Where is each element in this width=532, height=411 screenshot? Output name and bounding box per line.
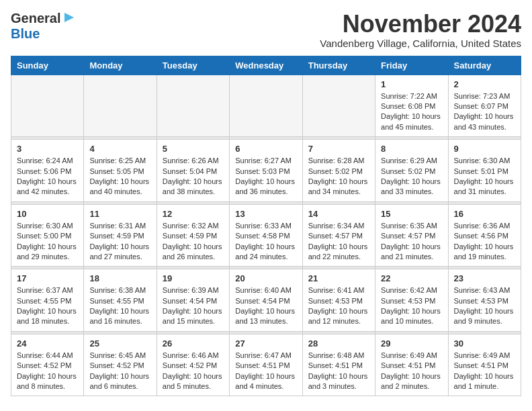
day-info: Sunrise: 6:40 AM Sunset: 4:54 PM Dayligh… [235,285,296,327]
day-number: 27 [235,338,296,349]
calendar-cell: 27Sunrise: 6:47 AM Sunset: 4:51 PM Dayli… [230,334,302,396]
calendar-cell [84,75,157,137]
weekday-header-monday: Monday [84,56,157,75]
calendar-cell: 1Sunrise: 7:22 AM Sunset: 6:08 PM Daylig… [375,75,448,137]
calendar-cell: 25Sunrise: 6:45 AM Sunset: 4:52 PM Dayli… [84,334,157,396]
day-number: 26 [163,338,224,349]
logo: General Blue [11,11,75,42]
day-number: 28 [308,338,369,349]
day-number: 16 [454,209,515,219]
day-info: Sunrise: 6:31 AM Sunset: 4:59 PM Dayligh… [89,221,150,263]
calendar-cell: 18Sunrise: 6:38 AM Sunset: 4:55 PM Dayli… [84,269,157,332]
calendar-cell: 26Sunrise: 6:46 AM Sunset: 4:52 PM Dayli… [157,334,229,396]
day-number: 22 [381,273,442,283]
day-info: Sunrise: 6:27 AM Sunset: 5:03 PM Dayligh… [235,156,296,197]
weekday-header-sunday: Sunday [11,56,84,75]
calendar-week-row: 17Sunrise: 6:37 AM Sunset: 4:55 PM Dayli… [11,269,521,332]
calendar-cell: 28Sunrise: 6:48 AM Sunset: 4:51 PM Dayli… [302,334,375,396]
day-info: Sunrise: 6:38 AM Sunset: 4:55 PM Dayligh… [89,285,150,327]
day-number: 23 [454,273,515,283]
day-info: Sunrise: 6:45 AM Sunset: 4:52 PM Dayligh… [89,351,150,392]
day-info: Sunrise: 6:46 AM Sunset: 4:52 PM Dayligh… [163,351,224,392]
day-number: 24 [17,338,78,349]
weekday-header-wednesday: Wednesday [230,56,302,75]
day-number: 6 [235,144,296,154]
weekday-header-tuesday: Tuesday [157,56,229,75]
calendar-cell: 11Sunrise: 6:31 AM Sunset: 4:59 PM Dayli… [84,204,157,267]
calendar-cell [157,75,229,137]
day-number: 19 [163,273,224,283]
day-number: 29 [381,338,442,349]
page-header: General Blue November 2024 Vandenberg Vi… [11,11,521,49]
day-info: Sunrise: 6:47 AM Sunset: 4:51 PM Dayligh… [235,351,296,392]
day-info: Sunrise: 6:49 AM Sunset: 4:51 PM Dayligh… [381,351,442,392]
calendar-cell: 24Sunrise: 6:44 AM Sunset: 4:52 PM Dayli… [11,334,84,396]
calendar-cell: 10Sunrise: 6:30 AM Sunset: 5:00 PM Dayli… [11,204,84,267]
month-title: November 2024 [320,11,521,38]
logo-general: General [11,11,60,26]
day-info: Sunrise: 6:33 AM Sunset: 4:58 PM Dayligh… [235,221,296,263]
day-number: 30 [454,338,515,349]
calendar-cell [11,75,84,137]
calendar-cell: 30Sunrise: 6:49 AM Sunset: 4:51 PM Dayli… [448,334,521,396]
day-info: Sunrise: 6:44 AM Sunset: 4:52 PM Dayligh… [17,351,78,392]
calendar-cell: 23Sunrise: 6:43 AM Sunset: 4:53 PM Dayli… [448,269,521,332]
day-info: Sunrise: 6:32 AM Sunset: 4:59 PM Dayligh… [163,221,224,263]
day-info: Sunrise: 6:25 AM Sunset: 5:05 PM Dayligh… [89,156,150,197]
calendar-week-row: 1Sunrise: 7:22 AM Sunset: 6:08 PM Daylig… [11,75,521,137]
day-number: 7 [308,144,369,154]
calendar-cell: 21Sunrise: 6:41 AM Sunset: 4:53 PM Dayli… [302,269,375,332]
day-number: 9 [454,144,515,154]
day-info: Sunrise: 6:39 AM Sunset: 4:54 PM Dayligh… [163,285,224,327]
day-info: Sunrise: 6:26 AM Sunset: 5:04 PM Dayligh… [163,156,224,197]
day-info: Sunrise: 6:37 AM Sunset: 4:55 PM Dayligh… [17,285,78,327]
day-number: 8 [381,144,442,154]
day-info: Sunrise: 6:48 AM Sunset: 4:51 PM Dayligh… [308,351,369,392]
title-section: November 2024 Vandenberg Village, Califo… [320,11,521,49]
weekday-header-thursday: Thursday [302,56,375,75]
day-info: Sunrise: 7:23 AM Sunset: 6:07 PM Dayligh… [454,91,515,133]
calendar-cell: 16Sunrise: 6:36 AM Sunset: 4:56 PM Dayli… [448,204,521,267]
day-number: 15 [381,209,442,219]
day-number: 5 [163,144,224,154]
calendar-cell: 19Sunrise: 6:39 AM Sunset: 4:54 PM Dayli… [157,269,229,332]
calendar-cell: 13Sunrise: 6:33 AM Sunset: 4:58 PM Dayli… [230,204,302,267]
day-number: 18 [89,273,150,283]
calendar-cell: 17Sunrise: 6:37 AM Sunset: 4:55 PM Dayli… [11,269,84,332]
day-info: Sunrise: 6:36 AM Sunset: 4:56 PM Dayligh… [454,221,515,263]
day-number: 1 [381,79,442,89]
day-number: 11 [89,209,150,219]
weekday-header-friday: Friday [375,56,448,75]
day-info: Sunrise: 6:49 AM Sunset: 4:51 PM Dayligh… [454,351,515,392]
day-number: 25 [89,338,150,349]
calendar-cell: 2Sunrise: 7:23 AM Sunset: 6:07 PM Daylig… [448,75,521,137]
day-info: Sunrise: 6:30 AM Sunset: 5:00 PM Dayligh… [17,221,78,263]
calendar-cell: 4Sunrise: 6:25 AM Sunset: 5:05 PM Daylig… [84,140,157,202]
day-number: 17 [17,273,78,283]
calendar-cell [302,75,375,137]
day-number: 13 [235,209,296,219]
calendar-cell: 14Sunrise: 6:34 AM Sunset: 4:57 PM Dayli… [302,204,375,267]
day-number: 3 [17,144,78,154]
logo-blue: Blue [11,26,40,41]
calendar-table: SundayMondayTuesdayWednesdayThursdayFrid… [11,56,521,397]
calendar-cell: 3Sunrise: 6:24 AM Sunset: 5:06 PM Daylig… [11,140,84,202]
day-info: Sunrise: 6:43 AM Sunset: 4:53 PM Dayligh… [454,285,515,327]
day-number: 21 [308,273,369,283]
day-info: Sunrise: 6:41 AM Sunset: 4:53 PM Dayligh… [308,285,369,327]
day-info: Sunrise: 6:30 AM Sunset: 5:01 PM Dayligh… [454,156,515,197]
day-number: 10 [17,209,78,219]
day-info: Sunrise: 6:24 AM Sunset: 5:06 PM Dayligh… [17,156,78,197]
calendar-cell: 20Sunrise: 6:40 AM Sunset: 4:54 PM Dayli… [230,269,302,332]
calendar-cell [230,75,302,137]
day-number: 14 [308,209,369,219]
day-number: 4 [89,144,150,154]
calendar-cell: 7Sunrise: 6:28 AM Sunset: 5:02 PM Daylig… [302,140,375,202]
calendar-cell: 8Sunrise: 6:29 AM Sunset: 5:02 PM Daylig… [375,140,448,202]
calendar-cell: 6Sunrise: 6:27 AM Sunset: 5:03 PM Daylig… [230,140,302,202]
day-info: Sunrise: 6:28 AM Sunset: 5:02 PM Dayligh… [308,156,369,197]
day-info: Sunrise: 6:35 AM Sunset: 4:57 PM Dayligh… [381,221,442,263]
day-number: 2 [454,79,515,89]
calendar-cell: 12Sunrise: 6:32 AM Sunset: 4:59 PM Dayli… [157,204,229,267]
day-number: 20 [235,273,296,283]
